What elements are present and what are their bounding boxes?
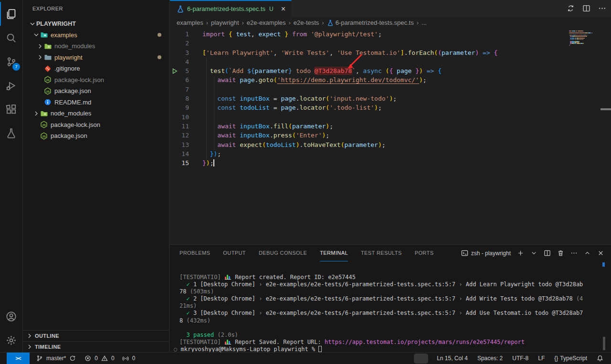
breadcrumb-item-playwright[interactable]: playwright (211, 19, 239, 26)
code-line-8[interactable]: 8 const inputBox = page.locator('input.n… (170, 94, 611, 103)
zoom-indicator[interactable] (414, 354, 428, 364)
code-line-15[interactable]: 15}); (170, 158, 611, 167)
minimap-line (579, 41, 579, 42)
code-line-12[interactable]: 12 await inputBox.press('Enter'); (170, 131, 611, 140)
code-line-6[interactable]: 6 await page.goto('https://demo.playwrig… (170, 75, 611, 84)
terminal-profile[interactable]: zsh - playwright (461, 250, 511, 257)
panel-tab-terminal[interactable]: TERMINAL (320, 245, 348, 261)
activity-item-extensions[interactable] (0, 97, 22, 121)
code-token: = (274, 104, 277, 111)
cursor-position[interactable]: Ln 15, Col 4 (436, 355, 469, 362)
tree-item-node-modules[interactable]: node_modules (23, 41, 169, 52)
terminal-text: 8 (179, 317, 186, 324)
code-line-3[interactable]: 3['Learn Playwright', 'Write Tests', 'Us… (170, 48, 611, 57)
tree-item-readme-md[interactable]: README.md (23, 97, 169, 108)
tab-bar: 6-parametrized-tests.spec.ts U × (170, 0, 611, 17)
terminal-text (179, 332, 186, 338)
activity-item-testing[interactable] (0, 121, 22, 145)
breadcrumb-item-e2e-tests[interactable]: e2e-tests (294, 19, 319, 26)
run-test-icon[interactable] (171, 68, 178, 74)
branch-item[interactable]: master* (35, 355, 77, 362)
terminal-link[interactable]: https://app.testomat.io/projects/mars/ru… (325, 339, 525, 345)
code-token: ; (329, 123, 333, 130)
kill-terminal-icon[interactable] (557, 250, 564, 257)
minimap-line (569, 32, 575, 33)
more-actions-icon[interactable] (598, 4, 606, 12)
tree-item-playwright[interactable]: playwright (23, 52, 169, 63)
tree-item-package-lock-json[interactable]: JSpackage-lock.json (23, 119, 169, 131)
ports-item[interactable]: 0 (121, 355, 136, 362)
code-token: ) (419, 76, 423, 83)
tab-6-parametrized-tests[interactable]: 6-parametrized-tests.spec.ts U × (170, 0, 292, 17)
code-line-10[interactable]: 10 (170, 113, 611, 122)
terminal-output[interactable]: [TESTOMATIO] Report created. Report ID: … (170, 274, 606, 352)
code-line-9[interactable]: 9 const todoList = page.locator('.todo-l… (170, 103, 611, 112)
folder-node-icon (44, 42, 52, 50)
panel-tab-problems[interactable]: PROBLEMS (179, 245, 210, 261)
code-line-2[interactable]: 2 (170, 39, 611, 48)
breadcrumb-item-6-parametrized-tests-spec-ts[interactable]: 6-parametrized-tests.spec.ts (327, 19, 414, 26)
activity-item-source-control[interactable]: 7 (0, 50, 22, 73)
encoding-setting[interactable]: UTF-8 (511, 355, 529, 362)
code-token (434, 67, 438, 74)
code-lines: 1import { test, expect } from '@playwrig… (170, 30, 611, 167)
activity-item-run-and-debug[interactable] (0, 73, 22, 97)
problems-item[interactable]: 0 0 (84, 355, 114, 362)
minimap-line (575, 32, 579, 33)
panel-tab-debug-console[interactable]: DEBUG CONSOLE (259, 245, 307, 261)
code-line-4[interactable]: 4 (170, 57, 611, 66)
breadcrumb-item-e2e-examples[interactable]: e2e-examples (247, 19, 286, 26)
code-line-1[interactable]: 1import { test, expect } from '@playwrig… (170, 30, 611, 39)
remote-indicator[interactable]: >< (7, 353, 30, 364)
tree-item-gitignore[interactable]: .gitignore (23, 63, 169, 74)
tree-item-package-lock-json[interactable]: JSpackage-lock.json (23, 74, 169, 86)
code-line-7[interactable]: 7 (170, 85, 611, 94)
tree-item-package-json[interactable]: JSpackage.json (23, 130, 169, 142)
tree-item-package-json[interactable]: JSpackage.json (23, 85, 169, 97)
tree-item-examples[interactable]: examples (23, 30, 169, 41)
code-line-13[interactable]: 13 await expect(todoList).toHaveText(par… (170, 140, 611, 149)
minimap-line (583, 31, 583, 31)
notifications-bell[interactable] (596, 355, 604, 362)
timeline-section[interactable]: TIMELINE (23, 341, 169, 352)
code-line-14[interactable]: 14 }); (170, 149, 611, 158)
terminal-dropdown-icon[interactable] (530, 250, 537, 257)
tree-item-playwright[interactable]: PLAYWRIGHT (23, 18, 169, 30)
line-content: await inputBox.fill(parameter); (202, 122, 333, 131)
indentation-setting[interactable]: Spaces: 2 (476, 355, 504, 362)
eol-setting[interactable]: LF (537, 355, 546, 362)
panel-tab-ports[interactable]: PORTS (415, 245, 434, 261)
git-icon (44, 65, 52, 73)
breadcrumb-item-examples[interactable]: examples (177, 19, 203, 26)
terminal-text: [TESTOMATIO] (179, 274, 224, 281)
close-panel-icon[interactable] (597, 250, 604, 257)
minimap-line (569, 45, 570, 46)
compare-changes-icon[interactable] (567, 4, 575, 12)
breadcrumb-item-[interactable]: ... (421, 19, 427, 26)
tree-item-node-modules[interactable]: node_modules (23, 108, 169, 119)
minimap-line (576, 31, 577, 31)
code-token (288, 31, 292, 38)
split-editor-icon[interactable] (582, 4, 590, 12)
activity-item-settings[interactable] (0, 328, 22, 352)
code-token: toHaveText (303, 141, 340, 148)
code-line-11[interactable]: 11 await inputBox.fill(parameter); (170, 122, 611, 131)
split-terminal-icon[interactable] (544, 250, 551, 257)
panel-tab-output[interactable]: OUTPUT (223, 245, 246, 261)
outline-section[interactable]: OUTLINE (23, 330, 169, 341)
code-line-5[interactable]: 5 test(`Add ${parameter} todo @T3d28ab78… (170, 66, 611, 75)
close-tab-icon[interactable]: × (281, 5, 285, 13)
activity-item-explorer[interactable] (0, 2, 22, 26)
activity-item-accounts[interactable] (0, 304, 22, 328)
new-terminal-icon[interactable] (517, 250, 524, 257)
sync-icon[interactable] (68, 355, 77, 362)
minimap-line (579, 38, 584, 39)
activity-item-search[interactable] (0, 26, 22, 50)
minimap[interactable] (569, 31, 602, 88)
panel-tab-test-results[interactable]: TEST RESULTS (361, 245, 402, 261)
terminal-scrollbar[interactable] (603, 337, 605, 350)
panel-more-actions-icon[interactable] (570, 250, 578, 257)
language-mode[interactable]: {} TypeScript (553, 355, 588, 362)
maximize-panel-icon[interactable] (584, 250, 591, 257)
code-editor[interactable]: 1import { test, expect } from '@playwrig… (170, 29, 611, 244)
